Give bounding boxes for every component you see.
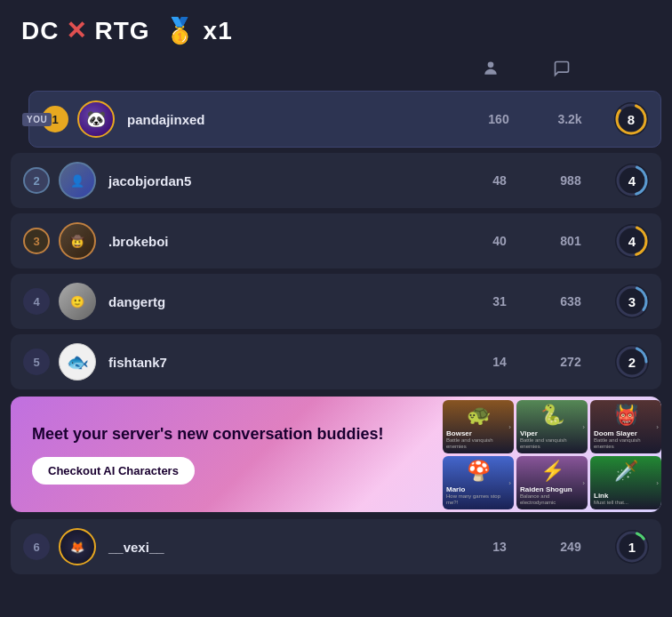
card-arrow-viper: › [582,422,585,430]
username-5: fishtank7 [108,355,464,370]
character-card-link[interactable]: 🗡️ Link Must tell that... › [590,456,661,509]
character-card-viper[interactable]: 🐍 Viper Battle and vanquish enemies › [516,400,588,453]
stat1-6: 13 [464,540,535,554]
avatar-3: 🤠 [59,222,96,260]
username-6: __vexi__ [108,540,464,555]
header-rtg: RTG [94,17,149,45]
char-name-link: Link [594,492,658,500]
card-arrow-raiden: › [582,478,585,486]
card-arrow-mario: › [508,478,511,486]
stat2-4: 638 [535,294,606,308]
ai-characters-banner: Meet your server's new conversation budd… [11,397,661,512]
table-row-6: 6 🦊 __vexi__ 13 249 1 [11,519,661,574]
stat2-5: 272 [535,355,606,369]
you-label: YOU [22,113,52,126]
card-arrow-link: › [656,478,659,486]
header-count: x1 [204,17,233,45]
char-name-viper: Viper [520,429,584,437]
leaderboard-bottom: 6 🦊 __vexi__ 13 249 1 [0,519,672,574]
stat1-5: 14 [464,355,535,369]
character-card-doom[interactable]: 👹 Doom Slayer Battle and vanquish enemie… [590,400,661,453]
avatar-1: 🐼 [77,100,115,138]
avatar-2: 👤 [59,162,96,199]
table-row: 2 👤 jacobjordan5 48 988 4 [11,153,661,208]
checkout-ai-characters-button[interactable]: Checkout AI Characters [32,457,195,485]
score-circle-3: 4 [615,224,649,258]
doom-icon: 👹 [614,404,638,427]
character-cards-grid: 🐢 Bowser Battle and vanquish enemies › 🐍… [443,400,661,509]
char-desc-mario: How many games stop me?! [446,493,510,506]
banner-headline: Meet your server's new conversation budd… [32,424,421,445]
avatar-5: 🐟 [59,343,96,381]
score-circle-1: 8 [614,102,648,136]
person-col-icon [455,60,526,82]
score-circle-5: 2 [615,345,649,379]
svg-point-0 [488,62,494,68]
table-row: 3 🤠 .brokeboi 40 801 4 [11,213,661,268]
stat2-2: 988 [535,173,606,188]
char-name-doom: Doom Slayer [594,429,658,437]
score-circle-6: 1 [615,530,649,564]
column-headers [0,54,672,87]
username-4: dangertg [108,294,464,309]
mario-icon: 🍄 [467,460,491,483]
banner-text-area: Meet your server's new conversation budd… [11,406,443,502]
header-medal: 🥇 [164,16,196,45]
header: DC ✕ RTG 🥇 x1 [0,0,672,54]
char-desc-bowser: Battle and vanquish enemies [446,437,510,450]
char-desc-viper: Battle and vanquish enemies [520,437,584,450]
char-name-mario: Mario [446,485,510,493]
table-row: 4 🙂 dangertg 31 638 3 [11,274,661,329]
table-row: YOU 1 🐼 pandajinxed 160 3.2k 8 [28,91,661,148]
rank-badge-2: 2 [23,167,50,194]
chat-col-icon [526,60,597,82]
header-title: DC [21,17,59,45]
score-circle-2: 4 [615,164,649,197]
viper-icon: 🐍 [540,404,564,427]
bowser-icon: 🐢 [467,404,491,427]
stat1-4: 31 [464,294,535,308]
header-x: ✕ [66,16,87,45]
character-card-mario[interactable]: 🍄 Mario How many games stop me?! › [443,456,514,509]
stat1-1: 160 [463,112,534,126]
char-desc-link: Must tell that... [594,500,658,506]
char-name-raiden: Raiden Shogun [520,485,584,493]
rank-badge-5: 5 [23,349,50,375]
avatar-6: 🦊 [59,528,96,565]
stat2-1: 3.2k [534,112,605,126]
character-card-raiden[interactable]: ⚡ Raiden Shogun Balance and electrodynam… [516,456,588,509]
card-arrow-bowser: › [508,422,511,430]
char-desc-raiden: Balance and electrodynamic [520,493,584,506]
stat1-2: 48 [464,173,535,188]
character-card-bowser[interactable]: 🐢 Bowser Battle and vanquish enemies › [443,400,514,453]
rank-badge-3: 3 [23,228,50,254]
username-1: pandajinxed [127,112,463,127]
stat2-6: 249 [535,540,606,554]
leaderboard: YOU 1 🐼 pandajinxed 160 3.2k 8 2 👤 jacob… [0,91,672,389]
card-arrow-doom: › [656,422,659,430]
raiden-icon: ⚡ [540,460,564,483]
score-circle-4: 3 [615,284,649,318]
char-desc-doom: Battle and vanquish enemies [594,437,658,450]
username-2: jacobjordan5 [108,173,464,188]
table-row: 5 🐟 fishtank7 14 272 2 [11,334,661,389]
char-name-bowser: Bowser [446,429,510,437]
stat2-3: 801 [535,234,606,248]
rank-badge-4: 4 [23,288,50,315]
link-icon: 🗡️ [614,460,638,483]
stat1-3: 40 [464,234,535,248]
avatar-4: 🙂 [59,283,96,320]
rank-badge-6: 6 [23,533,50,560]
username-3: .brokeboi [108,234,464,249]
